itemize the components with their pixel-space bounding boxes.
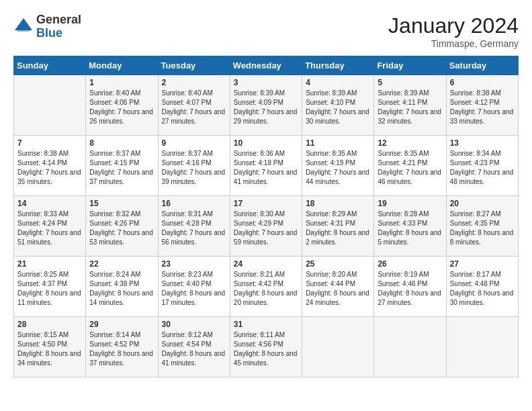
day-number: 5 xyxy=(378,78,442,87)
calendar-cell: 20Sunrise: 8:27 AM Sunset: 4:35 PM Dayli… xyxy=(446,196,518,257)
day-number: 29 xyxy=(89,320,154,329)
day-info: Sunrise: 8:37 AM Sunset: 4:15 PM Dayligh… xyxy=(89,149,154,187)
day-number: 24 xyxy=(234,259,298,269)
header-thursday: Thursday xyxy=(302,56,374,75)
day-number: 23 xyxy=(162,259,226,269)
calendar-cell: 8Sunrise: 8:37 AM Sunset: 4:15 PM Daylig… xyxy=(86,136,158,196)
day-number: 30 xyxy=(162,320,226,329)
day-number: 18 xyxy=(306,199,370,208)
day-info: Sunrise: 8:30 AM Sunset: 4:29 PM Dayligh… xyxy=(234,210,298,247)
day-info: Sunrise: 8:20 AM Sunset: 4:44 PM Dayligh… xyxy=(306,270,370,308)
calendar-cell: 10Sunrise: 8:36 AM Sunset: 4:18 PM Dayli… xyxy=(230,136,302,196)
day-number: 4 xyxy=(306,78,370,87)
day-info: Sunrise: 8:24 AM Sunset: 4:38 PM Dayligh… xyxy=(89,270,154,308)
day-number: 19 xyxy=(378,199,442,208)
day-number: 21 xyxy=(17,259,82,269)
day-number: 13 xyxy=(450,138,515,148)
calendar-cell: 29Sunrise: 8:14 AM Sunset: 4:52 PM Dayli… xyxy=(86,317,158,377)
day-info: Sunrise: 8:17 AM Sunset: 4:48 PM Dayligh… xyxy=(450,270,515,308)
calendar-cell: 27Sunrise: 8:17 AM Sunset: 4:48 PM Dayli… xyxy=(446,257,518,317)
calendar-cell xyxy=(302,317,374,377)
day-info: Sunrise: 8:12 AM Sunset: 4:54 PM Dayligh… xyxy=(162,330,226,368)
month-title: January 2024 xyxy=(388,13,519,38)
calendar-cell: 1Sunrise: 8:40 AM Sunset: 4:06 PM Daylig… xyxy=(86,75,158,136)
calendar-cell: 7Sunrise: 8:38 AM Sunset: 4:14 PM Daylig… xyxy=(14,136,86,196)
day-number: 1 xyxy=(89,78,154,87)
day-number: 31 xyxy=(234,320,298,329)
calendar-table: SundayMondayTuesdayWednesdayThursdayFrid… xyxy=(13,56,519,377)
day-info: Sunrise: 8:14 AM Sunset: 4:52 PM Dayligh… xyxy=(89,330,154,368)
calendar-cell: 30Sunrise: 8:12 AM Sunset: 4:54 PM Dayli… xyxy=(158,317,230,377)
calendar-cell: 13Sunrise: 8:34 AM Sunset: 4:23 PM Dayli… xyxy=(446,136,518,196)
calendar-week-row: 14Sunrise: 8:33 AM Sunset: 4:24 PM Dayli… xyxy=(14,196,519,257)
day-number: 12 xyxy=(378,138,442,148)
calendar-cell: 25Sunrise: 8:20 AM Sunset: 4:44 PM Dayli… xyxy=(302,257,374,317)
day-info: Sunrise: 8:35 AM Sunset: 4:21 PM Dayligh… xyxy=(378,149,442,187)
day-number: 10 xyxy=(234,138,298,148)
day-number: 9 xyxy=(162,138,226,148)
day-info: Sunrise: 8:23 AM Sunset: 4:40 PM Dayligh… xyxy=(162,270,226,308)
day-info: Sunrise: 8:40 AM Sunset: 4:07 PM Dayligh… xyxy=(162,89,226,126)
day-number: 6 xyxy=(450,78,515,87)
calendar-cell: 19Sunrise: 8:28 AM Sunset: 4:33 PM Dayli… xyxy=(374,196,446,257)
day-number: 28 xyxy=(17,320,82,329)
calendar-week-row: 21Sunrise: 8:25 AM Sunset: 4:37 PM Dayli… xyxy=(14,257,519,317)
day-number: 11 xyxy=(306,138,370,148)
day-info: Sunrise: 8:35 AM Sunset: 4:19 PM Dayligh… xyxy=(306,149,370,187)
day-number: 17 xyxy=(234,199,298,208)
logo: General Blue xyxy=(13,13,81,40)
logo-blue: Blue xyxy=(36,27,81,40)
logo-icon xyxy=(13,17,34,37)
calendar-cell: 21Sunrise: 8:25 AM Sunset: 4:37 PM Dayli… xyxy=(14,257,86,317)
calendar-cell xyxy=(446,317,518,377)
header-saturday: Saturday xyxy=(446,56,518,75)
day-info: Sunrise: 8:39 AM Sunset: 4:09 PM Dayligh… xyxy=(234,89,298,126)
calendar-cell: 3Sunrise: 8:39 AM Sunset: 4:09 PM Daylig… xyxy=(230,75,302,136)
calendar-cell: 6Sunrise: 8:38 AM Sunset: 4:12 PM Daylig… xyxy=(446,75,518,136)
day-info: Sunrise: 8:40 AM Sunset: 4:06 PM Dayligh… xyxy=(89,89,154,126)
calendar-cell: 14Sunrise: 8:33 AM Sunset: 4:24 PM Dayli… xyxy=(14,196,86,257)
day-info: Sunrise: 8:29 AM Sunset: 4:31 PM Dayligh… xyxy=(306,210,370,247)
calendar-cell: 16Sunrise: 8:31 AM Sunset: 4:28 PM Dayli… xyxy=(158,196,230,257)
calendar-week-row: 7Sunrise: 8:38 AM Sunset: 4:14 PM Daylig… xyxy=(14,136,519,196)
day-info: Sunrise: 8:38 AM Sunset: 4:12 PM Dayligh… xyxy=(450,89,515,126)
day-number: 14 xyxy=(17,199,82,208)
calendar-cell: 2Sunrise: 8:40 AM Sunset: 4:07 PM Daylig… xyxy=(158,75,230,136)
calendar-week-row: 1Sunrise: 8:40 AM Sunset: 4:06 PM Daylig… xyxy=(14,75,519,136)
day-number: 16 xyxy=(162,199,226,208)
day-info: Sunrise: 8:36 AM Sunset: 4:18 PM Dayligh… xyxy=(234,149,298,187)
day-info: Sunrise: 8:32 AM Sunset: 4:26 PM Dayligh… xyxy=(89,210,154,247)
day-info: Sunrise: 8:39 AM Sunset: 4:10 PM Dayligh… xyxy=(306,89,370,126)
day-number: 20 xyxy=(450,199,515,208)
title-block: January 2024 Timmaspe, Germany xyxy=(388,13,519,49)
day-info: Sunrise: 8:37 AM Sunset: 4:16 PM Dayligh… xyxy=(162,149,226,187)
day-info: Sunrise: 8:11 AM Sunset: 4:56 PM Dayligh… xyxy=(234,330,298,368)
day-info: Sunrise: 8:39 AM Sunset: 4:11 PM Dayligh… xyxy=(378,89,442,126)
calendar-cell: 31Sunrise: 8:11 AM Sunset: 4:56 PM Dayli… xyxy=(230,317,302,377)
day-number: 25 xyxy=(306,259,370,269)
day-number: 22 xyxy=(89,259,154,269)
header-friday: Friday xyxy=(374,56,446,75)
day-info: Sunrise: 8:27 AM Sunset: 4:35 PM Dayligh… xyxy=(450,210,515,247)
calendar-cell: 24Sunrise: 8:21 AM Sunset: 4:42 PM Dayli… xyxy=(230,257,302,317)
calendar-cell: 23Sunrise: 8:23 AM Sunset: 4:40 PM Dayli… xyxy=(158,257,230,317)
calendar-cell: 5Sunrise: 8:39 AM Sunset: 4:11 PM Daylig… xyxy=(374,75,446,136)
day-info: Sunrise: 8:28 AM Sunset: 4:33 PM Dayligh… xyxy=(378,210,442,247)
calendar-cell: 9Sunrise: 8:37 AM Sunset: 4:16 PM Daylig… xyxy=(158,136,230,196)
location: Timmaspe, Germany xyxy=(388,38,519,49)
calendar-cell: 17Sunrise: 8:30 AM Sunset: 4:29 PM Dayli… xyxy=(230,196,302,257)
calendar-cell: 18Sunrise: 8:29 AM Sunset: 4:31 PM Dayli… xyxy=(302,196,374,257)
day-info: Sunrise: 8:31 AM Sunset: 4:28 PM Dayligh… xyxy=(162,210,226,247)
page-header: General Blue January 2024 Timmaspe, Germ… xyxy=(13,13,519,49)
calendar-cell xyxy=(374,317,446,377)
calendar-cell: 4Sunrise: 8:39 AM Sunset: 4:10 PM Daylig… xyxy=(302,75,374,136)
day-number: 26 xyxy=(378,259,442,269)
calendar-header-row: SundayMondayTuesdayWednesdayThursdayFrid… xyxy=(14,56,519,75)
day-info: Sunrise: 8:15 AM Sunset: 4:50 PM Dayligh… xyxy=(17,330,82,368)
day-info: Sunrise: 8:34 AM Sunset: 4:23 PM Dayligh… xyxy=(450,149,515,187)
day-info: Sunrise: 8:33 AM Sunset: 4:24 PM Dayligh… xyxy=(17,210,82,247)
header-sunday: Sunday xyxy=(14,56,86,75)
day-number: 7 xyxy=(17,138,82,148)
day-number: 27 xyxy=(450,259,515,269)
calendar-cell: 26Sunrise: 8:19 AM Sunset: 4:46 PM Dayli… xyxy=(374,257,446,317)
